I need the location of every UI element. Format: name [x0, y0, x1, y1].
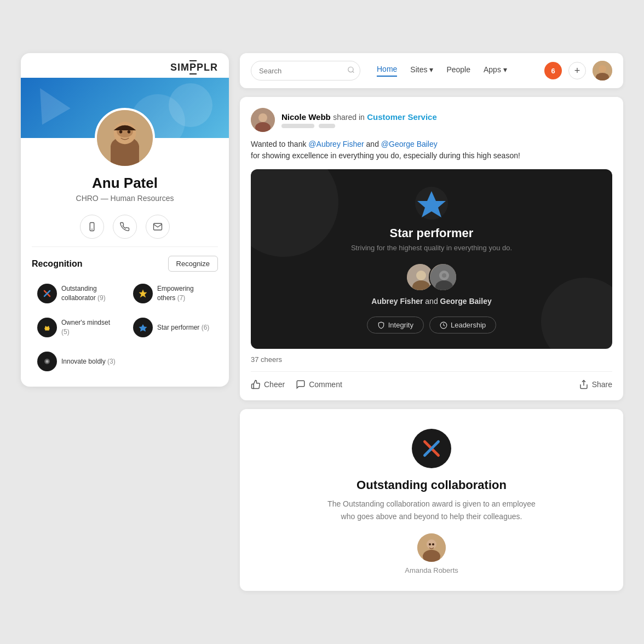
- post-header: Nicole Webb shared in Customer Service: [251, 108, 612, 132]
- recognition-title: Recognition: [32, 259, 82, 269]
- svg-point-5: [128, 130, 131, 134]
- svg-point-4: [119, 130, 123, 134]
- post-body: Wanted to thank @Aubrey Fisher and @Geor…: [251, 139, 612, 162]
- nav-sites[interactable]: Sites ▾: [410, 65, 433, 76]
- nav-bar: Home Sites ▾ People Apps ▾ 6 +: [240, 53, 623, 88]
- svg-point-38: [442, 273, 446, 278]
- badge-grid: Outstanding collaborator (9) Empowering …: [32, 279, 218, 376]
- search-input[interactable]: [251, 61, 360, 81]
- share-button[interactable]: Share: [579, 380, 612, 389]
- post-card: Nicole Webb shared in Customer Service W…: [240, 97, 623, 400]
- collab-card: Outstanding collaboration The Outstandin…: [240, 409, 623, 591]
- cheer-button[interactable]: Cheer: [251, 380, 285, 389]
- post-meta: Nicole Webb shared in Customer Service: [281, 112, 437, 128]
- app-logo: SIMPPLR: [170, 62, 218, 73]
- mention-aubrey[interactable]: @Aubrey Fisher: [308, 140, 364, 148]
- nav-apps[interactable]: Apps ▾: [484, 65, 507, 76]
- comment-button[interactable]: Comment: [296, 380, 342, 389]
- meta-pill-1: [281, 124, 314, 128]
- badge-item-outstanding-collaborator[interactable]: Outstanding collaborator (9): [32, 279, 122, 308]
- recognize-button[interactable]: Recognize: [168, 256, 218, 272]
- badge-label-empowering-others: Empowering others (7): [157, 284, 212, 303]
- post-author-name: Nicole Webb: [281, 112, 331, 122]
- star-performer-icon: [133, 318, 153, 337]
- post-author-avatar: [251, 108, 275, 132]
- svg-point-33: [416, 271, 426, 280]
- mobile-contact-button[interactable]: [80, 215, 104, 239]
- profile-avatar: [95, 108, 155, 168]
- mention-george[interactable]: @George Bailey: [381, 140, 438, 148]
- notification-badge[interactable]: 6: [544, 62, 562, 79]
- recognition-header: Recognition Recognize: [32, 256, 218, 272]
- badge-label-owners-mindset: Owner's mindset (5): [61, 318, 117, 337]
- svg-rect-6: [111, 146, 139, 166]
- cheers-count: 37 cheers: [251, 355, 612, 364]
- post-body-line2: for showing excellence in everything you…: [251, 151, 520, 160]
- nav-home[interactable]: Home: [377, 65, 397, 77]
- nav-actions: 6 +: [544, 61, 612, 81]
- meta-pill-2: [319, 124, 335, 128]
- collab-recipient-name: Amanda Roberts: [251, 566, 612, 574]
- badge-item-innovate-boldly[interactable]: Innovate boldly (3): [32, 347, 122, 376]
- footer-actions: Cheer Comment: [251, 380, 342, 389]
- badge-label-star-performer: Star performer (6): [157, 323, 209, 332]
- nav-people[interactable]: People: [446, 65, 470, 76]
- post-author-line: Nicole Webb shared in Customer Service: [281, 112, 437, 122]
- collab-recipient-avatar: [417, 533, 446, 562]
- post-channel: Customer Service: [367, 112, 437, 122]
- badge-label-innovate-boldly: Innovate boldly (3): [61, 357, 116, 366]
- svg-point-22: [348, 67, 353, 72]
- email-contact-button[interactable]: [146, 215, 170, 239]
- badge-item-empowering-others[interactable]: Empowering others (7): [128, 279, 218, 308]
- profile-picture-wrapper: [21, 108, 229, 168]
- badge-item-star-performer[interactable]: Star performer (6): [128, 313, 218, 342]
- svg-point-25: [599, 65, 606, 73]
- collab-title: Outstanding collaboration: [251, 478, 612, 492]
- profile-card: SIMPPLR: [21, 53, 229, 387]
- svg-point-28: [258, 113, 267, 122]
- star-performer-card: Star performer Striving for the highest …: [251, 169, 612, 349]
- empowering-others-icon: [133, 284, 153, 303]
- collab-description: The Outstanding collaboration award is g…: [327, 498, 536, 522]
- add-button[interactable]: +: [568, 62, 586, 79]
- svg-rect-16: [45, 329, 49, 331]
- post-meta-sub: [281, 124, 437, 128]
- search-box: [251, 61, 360, 81]
- collab-icon: [412, 429, 451, 468]
- integrity-tag-button[interactable]: Integrity: [367, 317, 424, 334]
- user-avatar[interactable]: [593, 61, 612, 81]
- profile-title: CHRO — Human Resources: [32, 194, 218, 203]
- logo-bar: SIMPPLR: [21, 53, 229, 78]
- outstanding-collaborator-icon: [37, 284, 57, 303]
- nav-links: Home Sites ▾ People Apps ▾: [377, 65, 544, 77]
- svg-line-23: [353, 71, 354, 73]
- recipients-avatars: [262, 263, 601, 291]
- recipient-george-avatar: [429, 263, 457, 291]
- post-footer: Cheer Comment Share: [251, 371, 612, 389]
- svg-point-21: [46, 360, 49, 363]
- innovate-boldly-icon: [37, 352, 57, 371]
- right-panel: Home Sites ▾ People Apps ▾ 6 +: [240, 53, 623, 591]
- contact-icons-row: [21, 207, 229, 246]
- phone-contact-button[interactable]: [113, 215, 137, 239]
- recognition-section: Recognition Recognize Outstanding colla: [21, 247, 229, 387]
- profile-name: Anu Patel: [32, 175, 218, 192]
- badge-label-outstanding-collaborator: Outstanding collaborator (9): [61, 284, 117, 303]
- owners-mindset-icon: [37, 318, 57, 337]
- leadership-tag-button[interactable]: Leadership: [429, 317, 496, 334]
- svg-point-47: [432, 543, 434, 545]
- star-performer-logo: [415, 187, 448, 220]
- svg-point-44: [427, 539, 436, 549]
- badge-item-owners-mindset[interactable]: Owner's mindset (5): [32, 313, 122, 342]
- search-icon: [347, 66, 355, 76]
- svg-point-46: [429, 543, 431, 545]
- profile-info: Anu Patel CHRO — Human Resources: [21, 168, 229, 207]
